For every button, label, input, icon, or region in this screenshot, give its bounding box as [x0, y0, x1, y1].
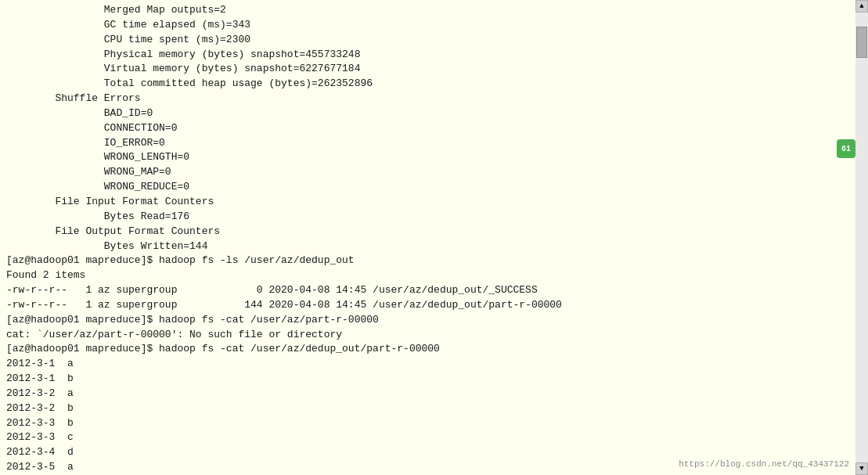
- scroll-down-button[interactable]: ▼: [855, 462, 868, 475]
- notification-badge: 61: [837, 139, 855, 158]
- scrollbar-thumb[interactable]: [856, 27, 867, 58]
- badge-text: 61: [841, 145, 851, 153]
- scroll-up-button[interactable]: ▲: [855, 0, 868, 13]
- scrollbar-track[interactable]: [855, 25, 868, 475]
- scrollbar[interactable]: ▲ ▼: [855, 0, 868, 475]
- watermark-text: https://blog.csdn.net/qq_43437122: [679, 459, 849, 469]
- terminal-window: Merged Map outputs=2 GC time elapsed (ms…: [0, 0, 868, 475]
- terminal-output[interactable]: Merged Map outputs=2 GC time elapsed (ms…: [0, 0, 855, 475]
